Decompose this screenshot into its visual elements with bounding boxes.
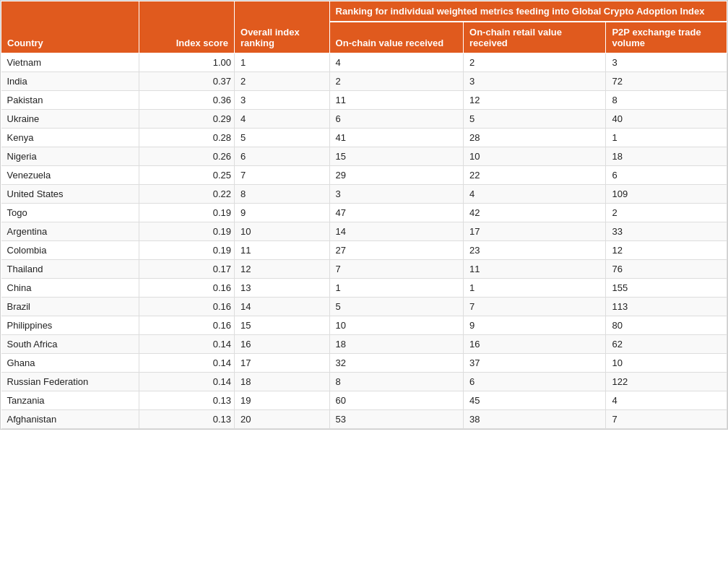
cell-onchain: 2 [329,72,463,91]
cell-retail: 4 [464,185,606,204]
cell-onchain: 1 [329,279,463,298]
header-ranking-title: Ranking for individual weighted metrics … [329,1,727,22]
cell-retail: 6 [464,373,606,391]
cell-retail: 22 [464,166,606,185]
table-row: Nigeria0.266151018 [1,147,727,166]
cell-country: Venezuela [1,166,139,185]
cell-index: 0.16 [139,298,235,316]
cell-onchain: 11 [329,91,463,110]
cell-onchain: 7 [329,260,463,279]
table-row: Venezuela0.25729226 [1,166,727,185]
cell-retail: 37 [464,354,606,373]
cell-index: 0.22 [139,185,235,204]
cell-index: 0.14 [139,373,235,391]
cell-ranking: 17 [235,354,330,373]
table-row: Kenya0.28541281 [1,129,727,147]
table-body: Vietnam1.001423India0.3722372Pakistan0.3… [1,53,727,429]
cell-index: 0.13 [139,391,235,410]
cell-retail: 2 [464,53,606,72]
cell-ranking: 11 [235,241,330,260]
table-row: India0.3722372 [1,72,727,91]
cell-p2p: 8 [606,91,727,110]
cell-onchain: 60 [329,391,463,410]
cell-index: 0.16 [139,316,235,335]
cell-ranking: 18 [235,373,330,391]
main-table-wrapper: Country Index score Overall index rankin… [0,0,728,430]
cell-ranking: 6 [235,147,330,166]
cell-index: 0.19 [139,222,235,241]
cell-onchain: 32 [329,354,463,373]
cell-index: 0.17 [139,260,235,279]
cell-country: Vietnam [1,53,139,72]
cell-index: 0.16 [139,279,235,298]
cell-country: Nigeria [1,147,139,166]
cell-country: South Africa [1,335,139,354]
cell-retail: 7 [464,298,606,316]
crypto-adoption-table: Country Index score Overall index rankin… [1,1,727,429]
cell-country: Argentina [1,222,139,241]
cell-country: United States [1,185,139,204]
cell-index: 0.25 [139,166,235,185]
cell-ranking: 14 [235,298,330,316]
cell-ranking: 7 [235,166,330,185]
cell-ranking: 10 [235,222,330,241]
cell-p2p: 6 [606,166,727,185]
cell-ranking: 4 [235,110,330,129]
cell-onchain: 6 [329,110,463,129]
header-retail: On-chain retail value received [464,22,606,53]
cell-retail: 16 [464,335,606,354]
cell-onchain: 15 [329,147,463,166]
cell-p2p: 12 [606,241,727,260]
cell-ranking: 3 [235,91,330,110]
cell-onchain: 14 [329,222,463,241]
cell-country: Ukraine [1,110,139,129]
cell-ranking: 5 [235,129,330,147]
cell-onchain: 27 [329,241,463,260]
cell-retail: 3 [464,72,606,91]
cell-onchain: 4 [329,53,463,72]
cell-p2p: 62 [606,335,727,354]
cell-retail: 38 [464,410,606,429]
cell-index: 0.13 [139,410,235,429]
table-row: Thailand0.171271176 [1,260,727,279]
cell-retail: 1 [464,279,606,298]
cell-ranking: 1 [235,53,330,72]
cell-p2p: 76 [606,260,727,279]
cell-retail: 5 [464,110,606,129]
cell-country: Pakistan [1,91,139,110]
cell-onchain: 8 [329,373,463,391]
cell-retail: 17 [464,222,606,241]
cell-index: 0.19 [139,204,235,222]
cell-country: Russian Federation [1,373,139,391]
cell-ranking: 15 [235,316,330,335]
cell-onchain: 29 [329,166,463,185]
cell-ranking: 2 [235,72,330,91]
cell-index: 0.26 [139,147,235,166]
cell-p2p: 3 [606,53,727,72]
cell-retail: 45 [464,391,606,410]
cell-retail: 9 [464,316,606,335]
cell-ranking: 19 [235,391,330,410]
cell-country: Ghana [1,354,139,373]
table-row: Afghanistan0.132053387 [1,410,727,429]
cell-retail: 12 [464,91,606,110]
cell-p2p: 33 [606,222,727,241]
cell-onchain: 18 [329,335,463,354]
cell-country: Kenya [1,129,139,147]
cell-retail: 42 [464,204,606,222]
cell-p2p: 7 [606,410,727,429]
cell-p2p: 10 [606,354,727,373]
table-row: China0.161311155 [1,279,727,298]
cell-p2p: 18 [606,147,727,166]
header-onchain: On-chain value received [329,22,463,53]
cell-ranking: 16 [235,335,330,354]
cell-p2p: 109 [606,185,727,204]
cell-index: 0.37 [139,72,235,91]
cell-ranking: 8 [235,185,330,204]
cell-onchain: 41 [329,129,463,147]
table-row: Argentina0.1910141733 [1,222,727,241]
table-row: Colombia0.1911272312 [1,241,727,260]
cell-ranking: 20 [235,410,330,429]
cell-retail: 10 [464,147,606,166]
cell-ranking: 13 [235,279,330,298]
